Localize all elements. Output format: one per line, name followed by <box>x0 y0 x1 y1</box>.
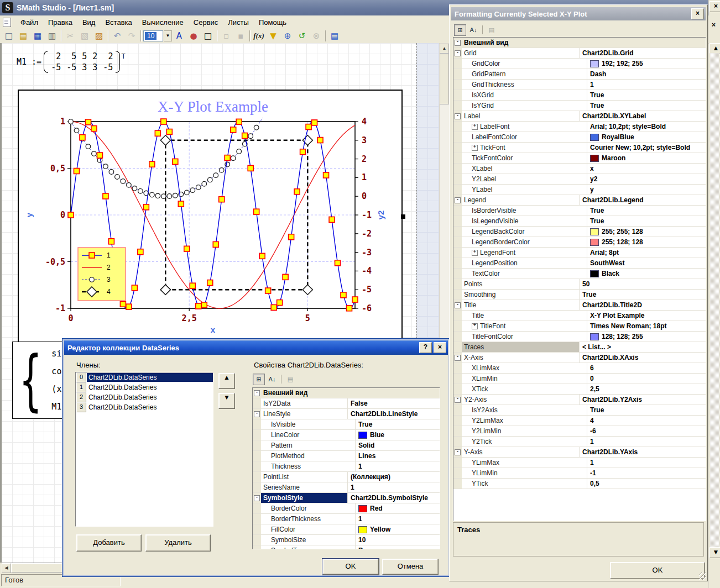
expand-icon[interactable]: + <box>472 250 478 256</box>
property-value[interactable]: 255; 128; 128 <box>587 237 706 247</box>
categorized-button[interactable]: ⊞ <box>454 24 466 36</box>
panel-close-button[interactable]: × <box>691 8 704 19</box>
print-button[interactable]: ▥ <box>45 29 59 43</box>
member-index[interactable]: 2 <box>76 392 86 402</box>
property-value[interactable]: 255; 255; 128 <box>587 227 706 237</box>
collapse-icon[interactable]: - <box>455 40 461 46</box>
property-row-fillcolor[interactable]: FillColorYellow <box>253 524 440 535</box>
property-row-xlabel[interactable]: XLabelx <box>453 164 706 174</box>
property-value[interactable]: Yellow <box>356 524 440 534</box>
collapse-icon[interactable]: - <box>455 302 461 308</box>
property-row-legendposition[interactable]: LegendPositionSouthWest <box>453 258 706 269</box>
property-value[interactable]: Box <box>356 545 440 549</box>
property-row-bordercolor[interactable]: BorderColorRed <box>253 503 440 514</box>
background-color-button[interactable]: ● <box>186 29 201 43</box>
property-row-islegendvisible[interactable]: IsLegendVisibleTrue <box>453 216 706 227</box>
property-row-labelfont[interactable]: +LabelFontArial; 10,2pt; style=Bold <box>453 122 706 132</box>
property-row-titlefont[interactable]: +TitleFontTimes New Roman; 18pt <box>453 321 706 332</box>
collapse-icon[interactable]: - <box>455 355 461 361</box>
property-value[interactable]: True <box>587 101 706 111</box>
close-button[interactable]: × <box>709 1 720 12</box>
property-value[interactable]: y2 <box>587 174 706 184</box>
property-value[interactable]: Lines <box>356 451 440 461</box>
property-value[interactable]: 10 <box>356 535 440 545</box>
member-index[interactable]: 1 <box>76 382 86 392</box>
property-value[interactable]: -1 <box>587 468 706 478</box>
property-row-symboltype[interactable]: SymbolTypeBox <box>253 545 440 549</box>
show-panel-button[interactable]: ▤ <box>327 29 342 43</box>
property-value[interactable]: True <box>587 405 706 415</box>
property-row-ytick[interactable]: YTick0,5 <box>453 479 706 489</box>
plot-property-grid[interactable]: -Внешний вид-GridChart2DLib.GridGridColo… <box>453 37 706 521</box>
reference-button[interactable]: ⊕ <box>280 29 295 43</box>
property-row-symbolsize[interactable]: SymbolSize10 <box>253 535 440 545</box>
property-row-linecolor[interactable]: LineColorBlue <box>253 430 440 440</box>
property-value[interactable]: 4 <box>587 416 706 426</box>
panel-scrollbar-track[interactable] <box>710 53 719 547</box>
filter-button[interactable]: ▼ <box>266 29 280 43</box>
property-row-y2limmax[interactable]: Y2LimMax4 <box>453 416 706 426</box>
expand-icon[interactable]: + <box>472 145 478 151</box>
close-icon[interactable]: × <box>712 21 716 29</box>
property-row-plotmethod[interactable]: PlotMethodLines <box>253 451 440 461</box>
property-value[interactable]: Blue <box>356 430 440 440</box>
dialog-close-button[interactable]: × <box>434 342 446 353</box>
property-row-isy2axis[interactable]: IsY2AxisTrue <box>453 405 706 416</box>
scroll-down-icon[interactable]: ▼ <box>709 547 720 558</box>
property-value[interactable]: Chart2DLib.SymbolStyle <box>348 493 440 503</box>
property-value[interactable]: False <box>348 398 440 408</box>
property-value[interactable]: 0 <box>587 374 706 384</box>
member-index[interactable]: 3 <box>76 402 86 412</box>
property-value[interactable]: 0,5 <box>587 479 706 489</box>
font-size-dropdown-icon[interactable]: ▼ <box>164 30 172 41</box>
category-row-[interactable]: -Внешний вид <box>253 388 440 398</box>
scroll-up-icon[interactable]: ▲ <box>709 43 720 54</box>
property-row-gridthickness[interactable]: GridThickness1 <box>453 80 706 90</box>
property-value[interactable]: Solid <box>356 440 440 450</box>
property-value[interactable]: -6 <box>587 426 706 436</box>
property-row-y2tick[interactable]: Y2Tick1 <box>453 437 706 447</box>
property-value[interactable]: SouthWest <box>587 258 706 268</box>
menu-item-[interactable]: Вид <box>77 17 101 28</box>
matrix-cell[interactable]: 3 <box>90 62 100 73</box>
undo-button[interactable]: ↶ <box>110 29 124 43</box>
open-button[interactable]: ▤ <box>16 29 30 43</box>
property-row-title[interactable]: TitleX-Y Plot Example <box>453 311 706 321</box>
property-row-points[interactable]: Points50 <box>453 279 706 290</box>
collapse-icon[interactable]: - <box>254 411 260 417</box>
alphabetical-button[interactable]: A↓ <box>467 24 479 36</box>
function-button[interactable]: f(x) <box>252 29 266 43</box>
panel-ok-button[interactable]: OK <box>610 562 705 579</box>
members-listbox[interactable]: 0Chart2DLib.DataSeries1Chart2DLib.DataSe… <box>75 372 213 527</box>
border-button[interactable]: □ <box>201 29 215 43</box>
menu-item-[interactable]: Вычисление <box>137 17 189 28</box>
property-value[interactable]: 2,5 <box>587 384 706 394</box>
selection-handle[interactable] <box>401 214 405 219</box>
list-item[interactable]: 3Chart2DLib.DataSeries <box>76 402 213 412</box>
property-value[interactable]: Chart2DLib.Grid <box>580 48 706 58</box>
property-row-seriesname[interactable]: SeriesName1 <box>253 482 440 493</box>
property-row-isvisible[interactable]: IsVisibleTrue <box>253 419 440 430</box>
chart-legend[interactable]: 1234 <box>78 248 126 301</box>
property-value[interactable]: 1 <box>587 437 706 447</box>
list-item[interactable]: 1Chart2DLib.DataSeries <box>76 382 213 392</box>
matrix-cell[interactable]: 5 <box>64 51 79 62</box>
property-row-ylimmax[interactable]: YLimMax1 <box>453 458 706 468</box>
property-value[interactable]: 1 <box>587 458 706 468</box>
categorized-button[interactable]: ⊞ <box>253 374 265 385</box>
property-value[interactable]: True <box>587 216 706 226</box>
property-value[interactable]: Times New Roman; 18pt <box>587 321 706 331</box>
cancel-button[interactable]: Отмена <box>382 559 439 575</box>
matrix-definition[interactable]: M1 := 25522-5-533-5 T <box>17 51 126 73</box>
collapse-icon[interactable]: - <box>254 495 260 501</box>
list-item[interactable]: 2Chart2DLib.DataSeries <box>76 392 213 402</box>
property-row-isygrid[interactable]: IsYGridTrue <box>453 101 706 111</box>
remove-button[interactable]: Удалить <box>145 534 211 552</box>
property-row-y-axis[interactable]: -Y-AxisChart2DLib.YAxis <box>453 447 706 458</box>
property-row-smoothing[interactable]: SmoothingTrue <box>453 290 706 300</box>
ok-button[interactable]: OK <box>322 559 379 575</box>
collapse-icon[interactable]: - <box>455 397 461 403</box>
property-value[interactable]: (Коллекция) <box>348 472 440 482</box>
matrix-cell[interactable]: -5 <box>64 62 79 73</box>
property-row-thickness[interactable]: Thickness1 <box>253 461 440 472</box>
